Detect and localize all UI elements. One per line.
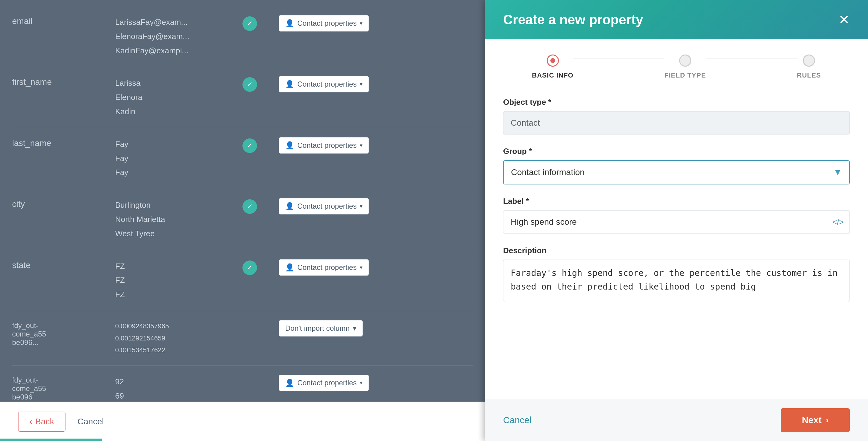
- cell-values: Fay Fay Fay: [115, 137, 230, 180]
- cell-key: state: [12, 259, 103, 270]
- person-icon: 👤: [285, 379, 294, 387]
- chevron-down-icon: ▾: [360, 142, 363, 149]
- table-row: last_name Fay Fay Fay ✓ 👤 Contact proper…: [12, 128, 473, 189]
- step-circle-basic-info: [547, 55, 559, 67]
- contact-properties-button[interactable]: 👤 Contact properties ▾: [279, 15, 369, 32]
- table-row: fdy_out-come_a55be096... 0.0009248357965…: [12, 311, 473, 366]
- contact-properties-button[interactable]: 👤 Contact properties ▾: [279, 76, 369, 92]
- dont-import-button[interactable]: Don't import column ▾: [279, 320, 363, 337]
- chevron-down-icon: ▾: [360, 20, 363, 27]
- cell-action: 👤 Contact properties ▾: [279, 375, 473, 391]
- check-icon: ✓: [243, 199, 257, 214]
- chevron-down-icon: ▾: [360, 379, 363, 386]
- cell-check: ✓: [243, 15, 267, 31]
- table-row: first_name Larissa Elenora Kadin ✓ 👤 Con…: [12, 67, 473, 128]
- table-content: email LarissaFay@exam... ElenoraFay@exam…: [0, 0, 485, 427]
- next-button[interactable]: Next ›: [781, 408, 850, 432]
- cell-key: first_name: [12, 76, 103, 87]
- table-row: city Burlington North Marietta West Tyre…: [12, 189, 473, 250]
- person-icon: 👤: [285, 80, 294, 89]
- description-label: Description: [503, 246, 850, 255]
- step-circle-field-type: [679, 55, 691, 67]
- contact-properties-button[interactable]: 👤 Contact properties ▾: [279, 375, 369, 391]
- step-line-1: [574, 58, 664, 59]
- cell-check: ✓: [243, 259, 267, 275]
- step-line-2: [706, 58, 797, 59]
- table-row: email LarissaFay@exam... ElenoraFay@exam…: [12, 6, 473, 67]
- person-icon: 👤: [285, 202, 294, 210]
- label-input[interactable]: [503, 210, 850, 234]
- cell-key: last_name: [12, 137, 103, 148]
- cell-check-empty: [243, 320, 267, 321]
- group-select[interactable]: Contact information ▼: [503, 160, 850, 184]
- cancel-button[interactable]: Cancel: [503, 415, 531, 425]
- cell-action: 👤 Contact properties ▾: [279, 198, 473, 214]
- object-type-select-container: Contact: [503, 111, 850, 134]
- bottom-teal-bar: [0, 439, 102, 441]
- cell-key: fdy_out-come_a55be096...: [12, 320, 103, 347]
- description-textarea[interactable]: Faraday's high spend score, or the perce…: [503, 260, 850, 302]
- step-basic-info: BASIC INFO: [532, 55, 574, 79]
- label-label: Label *: [503, 197, 850, 206]
- object-type-label: Object type *: [503, 98, 850, 107]
- label-group: Label * </>: [503, 197, 850, 234]
- check-icon: ✓: [243, 138, 257, 153]
- step-rules: RULES: [797, 55, 821, 79]
- cell-values: LarissaFay@exam... ElenoraFay@exam... Ka…: [115, 15, 230, 58]
- contact-properties-button[interactable]: 👤 Contact properties ▾: [279, 137, 369, 154]
- contact-properties-button[interactable]: 👤 Contact properties ▾: [279, 198, 369, 214]
- step-label-rules: RULES: [797, 71, 821, 79]
- cell-action: 👤 Contact properties ▾: [279, 15, 473, 32]
- cell-action: 👤 Contact properties ▾: [279, 137, 473, 154]
- cell-values: Larissa Elenora Kadin: [115, 76, 230, 118]
- chevron-down-icon: ▾: [360, 264, 363, 271]
- check-icon: ✓: [243, 77, 257, 92]
- close-button[interactable]: ✕: [839, 13, 850, 26]
- bottom-bar: ‹ Back Cancel: [0, 402, 485, 441]
- table-row: state FZ FZ FZ ✓ 👤 Contact properties ▾: [12, 250, 473, 311]
- person-icon: 👤: [285, 263, 294, 272]
- object-type-group: Object type * Contact: [503, 98, 850, 134]
- cell-key: fdy_out-come_a55be096: [12, 375, 103, 401]
- description-group: Description Faraday's high spend score, …: [503, 246, 850, 303]
- person-icon: 👤: [285, 19, 294, 28]
- cell-values: FZ FZ FZ: [115, 259, 230, 302]
- table-panel: email LarissaFay@exam... ElenoraFay@exam…: [0, 0, 485, 441]
- check-icon: ✓: [243, 261, 257, 275]
- group-value: Contact information: [511, 168, 585, 177]
- cell-check-empty: [243, 375, 267, 376]
- stepper: BASIC INFO FIELD TYPE RULES: [485, 39, 868, 92]
- person-icon: 👤: [285, 141, 294, 149]
- step-label-basic-info: BASIC INFO: [532, 71, 574, 79]
- cell-action: 👤 Contact properties ▾: [279, 76, 473, 92]
- next-label: Next: [802, 415, 822, 425]
- contact-properties-button[interactable]: 👤 Contact properties ▾: [279, 259, 369, 276]
- cancel-button-left[interactable]: Cancel: [78, 417, 104, 427]
- cell-key: city: [12, 198, 103, 209]
- modal-footer: Cancel Next ›: [485, 399, 868, 441]
- cell-action: Don't import column ▾: [279, 320, 473, 337]
- back-arrow-icon: ‹: [29, 417, 32, 427]
- modal-body: Object type * Contact Group * Contact in…: [485, 92, 868, 399]
- cell-values: 0.0009248357965 0.001292154659 0.0015345…: [115, 320, 230, 356]
- modal-panel: Create a new property ✕ BASIC INFO FIELD…: [485, 0, 868, 441]
- cell-check: ✓: [243, 198, 267, 214]
- next-arrow-icon: ›: [826, 415, 829, 425]
- group-select-container: Contact information ▼: [503, 160, 850, 184]
- object-type-select[interactable]: Contact: [503, 111, 850, 134]
- group-group: Group * Contact information ▼: [503, 146, 850, 184]
- chevron-down-icon: ▾: [360, 203, 363, 210]
- modal-title: Create a new property: [503, 12, 643, 27]
- label-input-container: </>: [503, 210, 850, 234]
- cell-values: Burlington North Marietta West Tyree: [115, 198, 230, 240]
- check-icon: ✓: [243, 16, 257, 31]
- cell-key: email: [12, 15, 103, 26]
- chevron-down-icon: ▾: [360, 81, 363, 88]
- step-label-field-type: FIELD TYPE: [664, 71, 706, 79]
- cell-check: ✓: [243, 137, 267, 153]
- step-field-type: FIELD TYPE: [664, 55, 706, 79]
- back-button[interactable]: ‹ Back: [18, 412, 65, 432]
- modal-header: Create a new property ✕: [485, 0, 868, 39]
- code-icon[interactable]: </>: [832, 217, 844, 227]
- dropdown-arrow-icon: ▼: [833, 168, 842, 177]
